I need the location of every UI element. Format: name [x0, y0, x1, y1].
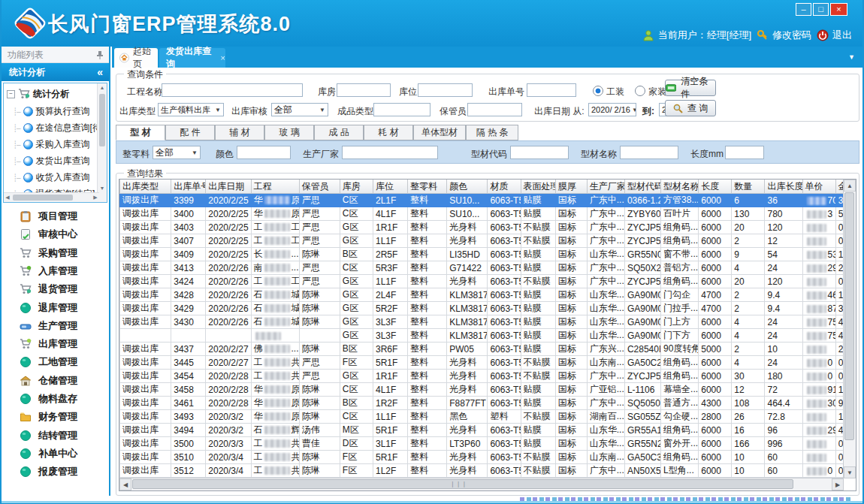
- sidebar-item-6[interactable]: 生产管理: [3, 317, 107, 335]
- column-header-4[interactable]: 保管员: [299, 180, 340, 194]
- table-row[interactable]: 调拨出库34072020/2/25工工程严思G区1L1F整料光身料6063-T5…: [120, 234, 844, 248]
- sidebar-item-1[interactable]: 审核中心: [3, 225, 107, 243]
- date-from-picker[interactable]: 2020/ 2/16▼: [588, 103, 636, 116]
- tree-expander-icon[interactable]: −: [7, 90, 15, 98]
- sidebar-item-14[interactable]: 报废管理: [3, 463, 107, 481]
- sidebar-item-8[interactable]: 工地管理: [3, 353, 107, 371]
- tree-root-statistics[interactable]: −统计分析: [7, 86, 69, 101]
- column-header-13[interactable]: 型材代码: [624, 180, 660, 194]
- logout-button[interactable]: 退出: [817, 29, 852, 42]
- column-header-18[interactable]: 单价: [802, 180, 835, 194]
- change-password-button[interactable]: 修改密码: [757, 29, 811, 42]
- sidebar-item-0[interactable]: 项目管理: [3, 207, 107, 225]
- material-tab-2[interactable]: 辅 材: [215, 125, 264, 140]
- warehouse-input[interactable]: [337, 83, 391, 97]
- tree-item-0[interactable]: ┊–预算执行查询: [13, 104, 90, 119]
- table-row[interactable]: 调拨出库33992020/2/25华原...严思C区2L1F整料SU10...6…: [120, 194, 844, 207]
- column-header-9[interactable]: 材质: [488, 180, 521, 194]
- tab-overflow-icon[interactable]: ▼: [848, 53, 855, 61]
- sidebar-item-11[interactable]: 财务管理: [3, 408, 107, 426]
- tab-home[interactable]: 起始页: [114, 48, 158, 68]
- close-button[interactable]: ×: [830, 3, 847, 16]
- profile-code-input[interactable]: [510, 146, 569, 159]
- table-row[interactable]: 调拨出库34282020/2/26石城陈琳G区2L4F整料KLM38176063…: [120, 288, 844, 302]
- column-header-15[interactable]: 长度: [699, 180, 732, 194]
- profile-name-input[interactable]: [620, 146, 678, 159]
- search-button[interactable]: 查 询: [665, 100, 716, 116]
- grid-horizontal-scrollbar[interactable]: ◀ ❘❘❘ ▶: [119, 478, 844, 490]
- section-header[interactable]: 统计分析 «: [2, 63, 109, 81]
- column-header-14[interactable]: 型材名称: [661, 180, 699, 194]
- audit-select[interactable]: 全部▼: [271, 103, 328, 116]
- material-tab-1[interactable]: 配 件: [165, 125, 215, 140]
- table-row[interactable]: 调拨出库34612020/2/28华原...陈琳B区1R2F整料F8877FT6…: [120, 397, 844, 410]
- sidebar-item-9[interactable]: 仓储管理: [3, 372, 107, 390]
- collapse-icon[interactable]: «: [97, 63, 103, 81]
- table-row[interactable]: 调拨出库34292020/2/26石城陈琳G区5R2F整料KLM38176063…: [120, 302, 844, 315]
- tree-item-3[interactable]: ┊–发货出库查询: [13, 153, 90, 168]
- column-header-16[interactable]: 数量: [732, 180, 765, 194]
- project-name-input[interactable]: [162, 83, 303, 97]
- location-input[interactable]: [418, 83, 473, 97]
- table-row[interactable]: 调拨出库34132020/2/26南...严思C区5R3F整料G71422606…: [120, 261, 844, 275]
- table-row[interactable]: 调拨出库35002020/3/3工共工程曹佳D区3L1F整料LT3P606063…: [120, 437, 844, 451]
- table-row[interactable]: 调拨出库35102020/3/4工共工程陈琳F区5R1F整料光身料6063-T5…: [120, 451, 844, 464]
- column-header-5[interactable]: 库房: [340, 180, 373, 194]
- column-header-10[interactable]: 表面处理: [521, 180, 555, 194]
- scroll-right-icon[interactable]: ▶: [832, 478, 844, 490]
- minimize-button[interactable]: –: [796, 3, 811, 16]
- sidebar-item-3[interactable]: 入库管理: [3, 262, 107, 280]
- table-row[interactable]: 调拨出库34542020/2/28工共工程严思G区1R1F整料光身料6063-T…: [120, 370, 844, 383]
- material-tab-4[interactable]: 成 品: [314, 125, 364, 140]
- whole-part-select[interactable]: 全部▼: [153, 146, 201, 159]
- out-type-select[interactable]: 生产领料出库▼: [158, 103, 224, 116]
- table-row[interactable]: 调拨出库34582020/2/28华原...陈琳C区4L1F整料光身料6063-…: [120, 383, 844, 397]
- tree-horizontal-scrollbar[interactable]: ◀ ▶: [4, 192, 99, 202]
- maker-input[interactable]: [342, 146, 438, 159]
- material-tab-3[interactable]: 玻 璃: [264, 125, 314, 140]
- sidebar-item-10[interactable]: 物料盘存: [3, 390, 107, 408]
- column-header-17[interactable]: 出库长度: [765, 180, 802, 194]
- radio-jiazhuang[interactable]: 家装: [635, 86, 666, 98]
- sidebar-item-5[interactable]: 退库管理: [3, 299, 107, 317]
- material-tab-6[interactable]: 单体型材: [413, 125, 466, 140]
- column-header-1[interactable]: 出库单号: [171, 180, 206, 194]
- column-header-0[interactable]: 出库类型: [120, 180, 171, 194]
- table-row[interactable]: 调拨出库34452020/2/27工共工程严思F区5R1F整料光身料6063-T…: [120, 356, 844, 370]
- color-input[interactable]: [237, 146, 291, 159]
- sidebar-item-7[interactable]: 出库管理: [3, 335, 107, 353]
- grid-vertical-scrollbar[interactable]: ▲ ▼: [843, 180, 856, 478]
- tree-vertical-scrollbar[interactable]: ▲ ▼: [97, 83, 107, 202]
- tree-item-2[interactable]: ┊–采购入库查询: [13, 137, 90, 152]
- table-row[interactable]: 调拨出库34242020/2/26工工程严思G区1L1F整料光身料6063-T5…: [120, 275, 844, 288]
- column-header-8[interactable]: 颜色: [447, 180, 488, 194]
- column-header-7[interactable]: 整零料: [408, 180, 447, 194]
- table-row[interactable]: 调拨出库34302020/2/26石城陈琳G区3L3F整料KLM38176063…: [120, 315, 844, 329]
- table-row[interactable]: 调拨出库34032020/2/25工工程严思G区1R1F整料光身料6063-T5…: [120, 221, 844, 234]
- tree-item-1[interactable]: ┊–在途信息查询[待: [13, 120, 101, 135]
- material-tab-5[interactable]: 耗 材: [364, 125, 413, 140]
- pin-icon[interactable]: [96, 50, 104, 59]
- sidebar-item-12[interactable]: 结转管理: [3, 427, 107, 445]
- table-row[interactable]: 调拨出库34372020/2/27佛...陈琳B区3R6F整料PW056063-…: [120, 343, 844, 356]
- column-header-3[interactable]: 工程: [251, 180, 299, 194]
- table-row[interactable]: 调拨出库34942020/3/2石辉城汤伟M区5R1F整料光身料6063-T5贴…: [120, 424, 844, 437]
- column-header-11[interactable]: 膜厚: [555, 180, 587, 194]
- order-no-input[interactable]: [527, 83, 576, 97]
- tab-active-shipment-query[interactable]: 发货出库查询 ×: [159, 48, 225, 68]
- keeper-input[interactable]: [467, 103, 522, 116]
- material-tab-7[interactable]: 隔 热 条: [466, 125, 518, 140]
- table-row[interactable]: 调拨出库34932020/3/2华原...陈琳C区1L1F整料黑色塑料不贴膜国标…: [120, 410, 844, 424]
- sidebar-item-4[interactable]: 退货管理: [3, 280, 107, 298]
- table-row[interactable]: 调拨出库35122020/3/4工共工程陈琳F区1L2F整料光身料6063-T5…: [120, 464, 844, 478]
- sidebar-item-13[interactable]: 补单中心: [3, 445, 107, 463]
- scroll-left-icon[interactable]: ◀: [119, 478, 131, 490]
- length-input[interactable]: [725, 146, 764, 159]
- maximize-button[interactable]: □: [813, 3, 829, 16]
- tab-close-icon[interactable]: ×: [221, 53, 225, 62]
- sidebar-item-2[interactable]: 采购管理: [3, 244, 107, 262]
- scroll-up-icon[interactable]: ▲: [844, 180, 856, 192]
- column-header-12[interactable]: 生产厂家: [587, 180, 624, 194]
- product-type-input[interactable]: [373, 103, 430, 116]
- column-header-6[interactable]: 库位: [373, 180, 407, 194]
